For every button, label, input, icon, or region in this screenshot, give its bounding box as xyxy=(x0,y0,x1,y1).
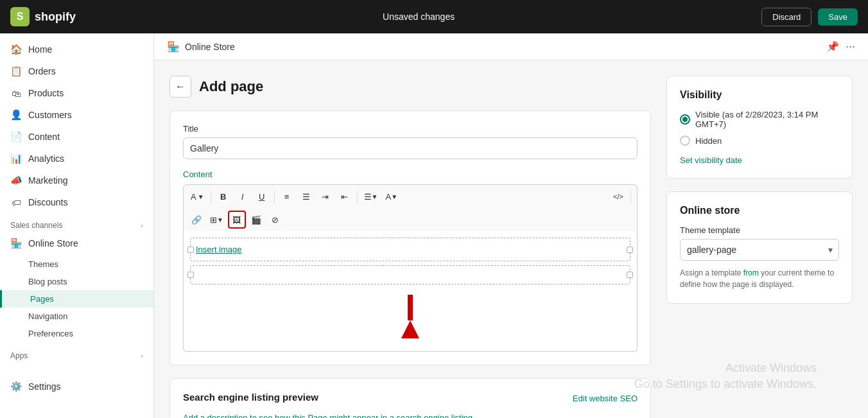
seo-desc: Add a description to see how this Page m… xyxy=(183,412,638,418)
align-icon: ☰ xyxy=(364,192,372,202)
sidebar-item-customers[interactable]: 👤 Customers xyxy=(0,104,153,126)
toolbar-paragraph-btn[interactable]: A ▼ xyxy=(187,187,207,205)
outdent-icon: ⇤ xyxy=(341,192,348,202)
apps-section: Apps › xyxy=(0,344,153,363)
orders-icon: 📋 xyxy=(10,65,22,77)
seo-desc-text-2: Page xyxy=(306,413,330,418)
main-content: 🏪 Online Store 📌 ··· ← Add page Title xyxy=(154,33,868,418)
page-title: Add page xyxy=(199,78,263,95)
template-select[interactable]: gallery-page default contact xyxy=(680,239,839,261)
arrow-head xyxy=(401,320,419,338)
sidebar-item-navigation[interactable]: Navigation xyxy=(0,308,153,325)
toolbar-clear-btn[interactable]: ⊘ xyxy=(266,211,284,229)
analytics-icon: 📊 xyxy=(10,153,22,164)
radio-hidden[interactable]: Hidden xyxy=(680,135,839,146)
toolbar-align-btn[interactable]: ☰ ▼ xyxy=(361,187,381,205)
sidebar-customers-label: Customers xyxy=(28,110,72,120)
save-button[interactable]: Save xyxy=(818,8,858,26)
template-desc-text-1: Assign a template xyxy=(680,268,743,277)
online-store-card: Online store Theme template gallery-page… xyxy=(666,191,853,304)
arrow-shaft xyxy=(408,295,413,320)
toolbar-image-btn[interactable]: 🖼 xyxy=(228,211,246,229)
italic-icon: I xyxy=(241,192,244,202)
breadcrumb-left: 🏪 Online Store xyxy=(167,40,235,53)
source-icon: </> xyxy=(613,193,623,200)
sidebar-item-marketing[interactable]: 📣 Marketing xyxy=(0,170,153,191)
sidebar-item-orders[interactable]: 📋 Orders xyxy=(0,60,153,82)
sidebar-products-label: Products xyxy=(28,88,64,98)
unsaved-label: Unsaved changes xyxy=(383,12,455,22)
editor-toolbar: A ▼ B I U xyxy=(183,184,638,208)
template-select-wrapper: gallery-page default contact ▾ xyxy=(680,239,839,261)
toolbar-video-btn[interactable]: 🎬 xyxy=(247,211,265,229)
ordered-list-icon: ☰ xyxy=(302,192,310,202)
radio-visible[interactable]: Visible (as of 2/28/2023, 3:14 PM GMT+7) xyxy=(680,110,839,129)
apps-label: Apps xyxy=(10,351,28,360)
breadcrumb-store-icon: 🏪 xyxy=(167,40,180,53)
underline-icon: U xyxy=(259,192,265,202)
content-field-label: Content xyxy=(183,170,638,179)
right-column: Visibility Visible (as of 2/28/2023, 3:1… xyxy=(666,76,853,418)
sales-channels-label: Sales channels xyxy=(10,221,62,230)
sidebar-item-blog-posts[interactable]: Blog posts xyxy=(0,273,153,290)
visibility-title: Visibility xyxy=(680,89,839,101)
sidebar-item-online-store[interactable]: 🏪 Online Store xyxy=(0,232,153,254)
online-store-sub-items: Themes Blog posts Pages Navigation Prefe… xyxy=(0,254,153,344)
edit-seo-link[interactable]: Edit website SEO xyxy=(573,394,638,403)
toolbar-textcolor-btn[interactable]: A ▼ xyxy=(382,187,401,205)
sidebar-item-products[interactable]: 🛍 Products xyxy=(0,82,153,104)
sidebar-item-preferences[interactable]: Preferences xyxy=(0,325,153,342)
paragraph-dropdown-icon: ▼ xyxy=(198,193,204,200)
toolbar-source-btn[interactable]: </> xyxy=(609,187,627,205)
discard-button[interactable]: Discard xyxy=(761,8,812,26)
toolbar-underline-btn[interactable]: U xyxy=(253,187,271,205)
toolbar-indent-btn[interactable]: ⇥ xyxy=(317,187,334,205)
sidebar-item-content[interactable]: 📄 Content xyxy=(0,126,153,148)
layout: 🏠 Home 📋 Orders 🛍 Products 👤 Customers 📄… xyxy=(0,33,868,418)
shopify-logo: S shopify xyxy=(10,7,76,26)
editor-body[interactable]: Insert image xyxy=(183,231,638,352)
seo-title: Search engine listing preview xyxy=(183,392,318,403)
toolbar-ul-btn[interactable]: ≡ xyxy=(278,187,296,205)
sidebar-item-themes[interactable]: Themes xyxy=(0,256,153,273)
title-input[interactable] xyxy=(183,137,638,159)
toolbar-ol-btn[interactable]: ☰ xyxy=(297,187,315,205)
seo-header: Search engine listing preview Edit websi… xyxy=(183,392,638,405)
sidebar-item-home[interactable]: 🏠 Home xyxy=(0,39,153,60)
row-handle-right-2 xyxy=(627,272,633,278)
toolbar-sep-3 xyxy=(357,190,358,203)
toolbar-table-btn[interactable]: ⊞ ▼ xyxy=(207,211,227,229)
sidebar-item-pages[interactable]: Pages xyxy=(0,290,153,308)
sidebar: 🏠 Home 📋 Orders 🛍 Products 👤 Customers 📄… xyxy=(0,33,154,418)
content-icon: 📄 xyxy=(10,131,22,143)
set-visibility-date-link[interactable]: Set visibility date xyxy=(680,155,742,165)
sidebar-settings-label: Settings xyxy=(28,381,61,392)
radio-visible-circle xyxy=(680,114,690,125)
toolbar-bold-btn[interactable]: B xyxy=(214,187,232,205)
breadcrumb-right: 📌 ··· xyxy=(826,40,855,53)
row-handle-left-1 xyxy=(187,247,194,253)
sidebar-analytics-label: Analytics xyxy=(28,153,64,164)
insert-image-placeholder[interactable]: Insert image xyxy=(196,242,242,257)
more-options-icon[interactable]: ··· xyxy=(846,40,855,53)
clear-format-icon: ⊘ xyxy=(272,215,279,225)
sidebar-item-discounts[interactable]: 🏷 Discounts xyxy=(0,191,153,213)
row-handle-left-2 xyxy=(187,272,194,278)
toolbar-outdent-btn[interactable]: ⇤ xyxy=(336,187,354,205)
products-icon: 🛍 xyxy=(10,87,22,99)
themes-label: Themes xyxy=(28,259,58,269)
template-from-link[interactable]: from xyxy=(743,268,759,277)
sidebar-item-analytics[interactable]: 📊 Analytics xyxy=(0,148,153,170)
back-button[interactable]: ← xyxy=(169,76,191,98)
align-dropdown-icon: ▼ xyxy=(372,193,378,200)
page-body: ← Add page Title Content A ▼ xyxy=(154,60,868,418)
seo-desc-text-3: appear xyxy=(350,413,381,418)
sidebar-discounts-label: Discounts xyxy=(28,197,67,207)
customers-icon: 👤 xyxy=(10,109,22,121)
toolbar-italic-btn[interactable]: I xyxy=(234,187,252,205)
link-icon: 🔗 xyxy=(191,215,202,225)
toolbar-link-btn[interactable]: 🔗 xyxy=(187,211,205,229)
online-store-icon: 🏪 xyxy=(10,238,22,249)
sidebar-item-settings[interactable]: ⚙️ Settings xyxy=(0,376,153,397)
seo-in-link: in xyxy=(381,413,387,418)
